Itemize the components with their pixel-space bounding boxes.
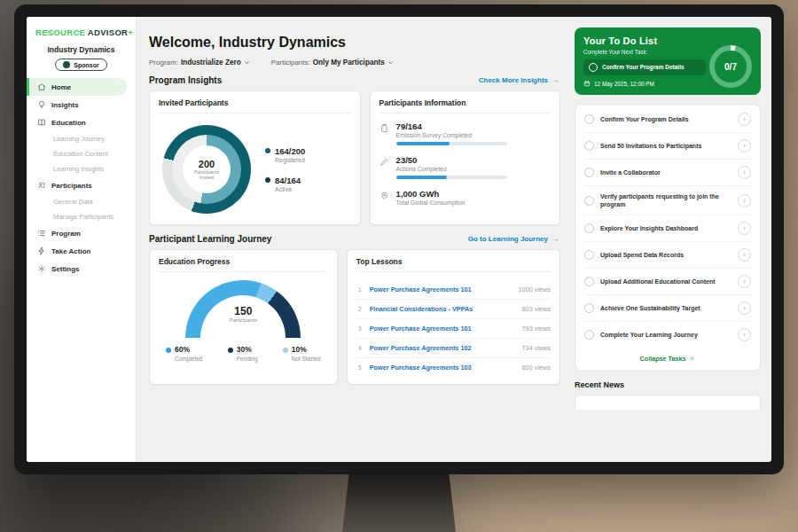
chevron-right-icon[interactable] <box>738 194 751 207</box>
lesson-rank: 4 <box>356 345 364 351</box>
task-checkbox[interactable] <box>584 330 594 340</box>
chevron-up-icon <box>689 356 695 362</box>
task-label: Send 50 Invitations to Participants <box>600 142 732 150</box>
card-title: Invited Participants <box>159 98 351 113</box>
legend-item-completed: 60% Completed <box>166 345 202 362</box>
task-checkbox[interactable] <box>584 277 594 286</box>
chevron-down-icon <box>244 59 250 66</box>
task-row[interactable]: Complete Your Learning Journey <box>584 322 751 348</box>
lesson-views-label: views <box>535 305 551 313</box>
info-value: 79/164 <box>396 121 507 131</box>
task-row[interactable]: Confirm Your Program Details <box>584 106 751 133</box>
pencil-icon <box>379 157 389 167</box>
legend-label: Pending <box>237 356 258 362</box>
info-label: Emission Survey Completed <box>396 132 507 138</box>
sidebar-item-label: Settings <box>51 265 80 273</box>
sponsor-badge: Sponsor <box>55 59 106 71</box>
next-task-label: Confirm Your Program Details <box>602 64 685 71</box>
education-progress-card: Education Progress 150 Participants <box>149 249 338 385</box>
chevron-right-icon[interactable] <box>738 275 751 288</box>
lesson-row: 3 Power Purchase Agreements 101 793views <box>356 319 551 339</box>
sidebar-item-learning-journey[interactable]: Learning Journey <box>27 131 136 146</box>
lesson-views-value: 600 <box>522 364 533 372</box>
collapse-tasks-link[interactable]: Collapse Tasks <box>584 348 751 366</box>
chevron-right-icon[interactable] <box>738 113 751 126</box>
task-checkbox[interactable] <box>584 168 594 177</box>
chevron-right-icon[interactable] <box>738 222 751 235</box>
card-title: Top Lessons <box>356 257 551 272</box>
chevron-right-icon[interactable] <box>738 166 751 179</box>
list-icon <box>37 229 46 238</box>
task-row[interactable]: Upload Additional Educational Content <box>584 269 751 295</box>
sidebar-item-label: Home <box>51 83 71 91</box>
task-checkbox[interactable] <box>589 63 598 72</box>
book-icon <box>37 118 46 127</box>
app-logo: RESOURCE ADVISOR+ <box>27 26 136 43</box>
lesson-link[interactable]: Power Purchase Agreements 101 <box>370 286 511 293</box>
chevron-right-icon[interactable] <box>738 301 751 315</box>
info-row-emission-survey: 79/164 Emission Survey Completed <box>379 121 551 145</box>
chevron-right-icon[interactable] <box>738 139 751 153</box>
task-checkbox[interactable] <box>584 303 594 313</box>
lesson-link[interactable]: Power Purchase Agreements 102 <box>370 344 514 352</box>
participants-information-card: Participants Information 79/164 Emission… <box>370 90 560 225</box>
lesson-link[interactable]: Power Purchase Agreements 103 <box>370 364 514 372</box>
todo-title: Your To Do List <box>583 35 752 46</box>
sidebar-item-program[interactable]: Program <box>27 224 136 242</box>
task-row[interactable]: Send 50 Invitations to Participants <box>584 133 751 160</box>
task-checkbox[interactable] <box>584 114 594 124</box>
sidebar-item-manage-participants[interactable]: Manage Participants <box>27 209 136 224</box>
lesson-link[interactable]: Financial Considerations - VPPAs <box>370 305 514 313</box>
sidebar-item-take-action[interactable]: Take Action <box>27 242 136 260</box>
task-row[interactable]: Achieve One Sustainability Target <box>584 295 751 322</box>
lesson-views-value: 734 <box>522 344 533 352</box>
legend-item-active: 84/164 Active <box>265 176 305 192</box>
sidebar-item-general-data[interactable]: General Data <box>27 194 136 209</box>
sidebar-item-learning-insights[interactable]: Learning Insights <box>27 161 136 176</box>
participants-filter-value: Only My Participants <box>313 59 385 66</box>
legend-value: 84/164 <box>275 176 301 185</box>
check-more-insights-link[interactable]: Check More Insights → <box>479 76 559 84</box>
task-checkbox[interactable] <box>584 141 594 151</box>
sidebar-item-home[interactable]: Home <box>27 78 127 96</box>
gear-icon <box>37 264 46 273</box>
next-task-row[interactable]: Confirm Your Program Details <box>583 59 706 75</box>
chevron-right-icon[interactable] <box>738 328 751 341</box>
todo-progress-ring: 0/7 <box>709 45 752 88</box>
sidebar-item-label: Education <box>51 119 86 127</box>
legend-value: 30% <box>237 345 252 354</box>
task-checkbox[interactable] <box>584 196 594 206</box>
page-title: Welcome, Industry Dynamics <box>149 35 560 51</box>
program-filter-dropdown[interactable]: Program: Industrialize Zero <box>149 59 250 66</box>
donut-center: 200 Participants Invited <box>183 145 231 193</box>
task-row[interactable]: Upload Spend Data Records <box>584 242 751 269</box>
sponsor-label: Sponsor <box>74 62 98 68</box>
sidebar-item-insights[interactable]: Insights <box>27 96 136 113</box>
task-checkbox[interactable] <box>584 250 594 260</box>
sidebar-item-education-content[interactable]: Education Content <box>27 146 136 161</box>
participants-filter-dropdown[interactable]: Participants: Only My Participants <box>271 59 394 66</box>
sidebar-item-label: Program <box>51 230 81 238</box>
due-date-text: 12 May 2025, 12:00 PM <box>594 81 654 87</box>
lesson-link[interactable]: Power Purchase Agreements 101 <box>370 325 514 332</box>
info-value: 23/50 <box>396 155 507 165</box>
sidebar-item-education[interactable]: Education <box>27 113 136 131</box>
task-row[interactable]: Invite a Collaborator <box>584 160 751 186</box>
legend-value: 164/200 <box>275 146 305 156</box>
task-row[interactable]: Explore Your Insights Dashboard <box>584 215 751 242</box>
donut-legend: 164/200 Registered 84/164 Active <box>265 146 305 192</box>
sidebar-item-settings[interactable]: Settings <box>27 260 136 278</box>
chevron-right-icon[interactable] <box>738 248 751 262</box>
go-to-learning-journey-link[interactable]: Go to Learning Journey → <box>468 235 559 243</box>
sidebar-item-label: General Data <box>53 198 93 206</box>
legend-item-registered: 164/200 Registered <box>265 146 305 163</box>
task-checkbox[interactable] <box>584 223 594 233</box>
action-bolt-icon <box>37 246 46 255</box>
legend-label: Not Started <box>292 356 321 362</box>
todo-panel: Your To Do List Complete Your Next Task:… <box>571 17 771 462</box>
sidebar-item-label: Participants <box>51 182 92 190</box>
lesson-views-label: views <box>535 364 551 372</box>
sidebar-item-participants[interactable]: Participants <box>27 176 136 194</box>
sponsor-icon <box>63 61 70 68</box>
task-row[interactable]: Verify participants requesting to join t… <box>584 186 751 215</box>
